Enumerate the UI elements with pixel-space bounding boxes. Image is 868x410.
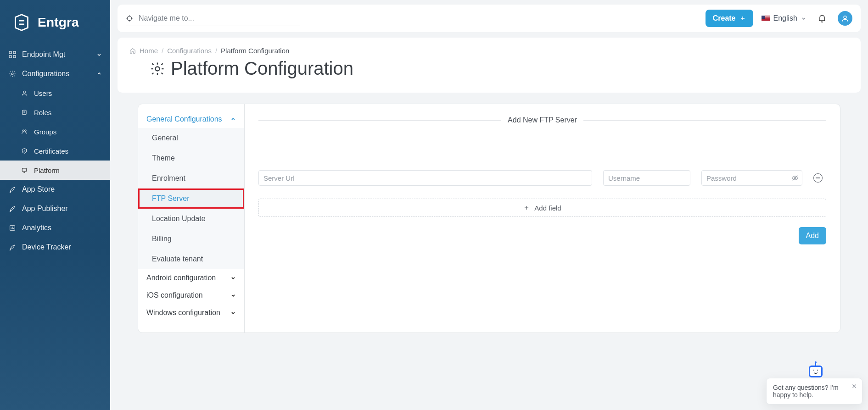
brand-name: Entgra [38, 15, 79, 30]
svg-rect-2 [9, 55, 11, 58]
page-title: Platform Configuration [150, 58, 849, 79]
main: Create English Home / Configurations [110, 0, 868, 410]
config-panel: General Configurations General Theme Enr… [138, 104, 840, 333]
navigate-search[interactable] [126, 11, 300, 26]
svg-rect-3 [13, 55, 16, 58]
rocket-icon [8, 243, 17, 251]
chat-message: Got any questions? I'm happy to help. [773, 384, 856, 399]
svg-rect-9 [22, 168, 26, 172]
config-section-ios[interactable]: iOS configuration [138, 287, 244, 304]
page-header-card: Home / Configurations / Platform Configu… [118, 38, 861, 93]
sidebar-item-groups[interactable]: Groups [0, 122, 110, 141]
sidebar-item-configurations[interactable]: Configurations [0, 64, 110, 83]
chevron-up-icon [96, 71, 102, 77]
config-item-ftp-server[interactable]: FTP Server [138, 188, 244, 209]
eye-off-icon[interactable] [791, 174, 799, 182]
rocket-icon [8, 205, 17, 213]
breadcrumb-home[interactable]: Home [140, 47, 158, 55]
sidebar-item-label: Configurations [22, 70, 91, 78]
breadcrumb-configurations[interactable]: Configurations [167, 47, 212, 55]
plus-icon [523, 205, 530, 211]
sidebar-item-label: Analytics [22, 224, 102, 232]
language-select[interactable]: English [762, 14, 806, 22]
sidebar-item-endpoint-mgt[interactable]: Endpoint Mgt [0, 45, 110, 64]
svg-point-4 [11, 73, 13, 75]
password-wrap [701, 170, 802, 186]
sidebar-item-platform[interactable]: Platform [0, 161, 110, 180]
config-section-general-items: General Theme Enrolment FTP Server Locat… [138, 128, 244, 269]
ftp-row [258, 170, 826, 186]
create-button-label: Create [713, 14, 736, 22]
svg-point-8 [25, 130, 27, 132]
config-item-theme[interactable]: Theme [138, 148, 244, 168]
sidebar-item-label: Groups [34, 128, 56, 136]
home-icon [129, 48, 136, 54]
close-icon[interactable] [850, 382, 858, 390]
config-section-label: Android configuration [146, 274, 216, 282]
sidebar-item-label: Device Tracker [22, 243, 102, 251]
sidebar-item-roles[interactable]: Roles [0, 103, 110, 122]
target-icon [126, 15, 133, 22]
add-field-button[interactable]: Add field [258, 199, 826, 217]
svg-point-13 [155, 66, 159, 71]
config-menu: General Configurations General Theme Enr… [138, 104, 245, 332]
svg-rect-0 [9, 51, 11, 54]
config-item-general[interactable]: General [138, 128, 244, 148]
gear-icon [150, 61, 165, 77]
remove-row-button[interactable] [813, 173, 823, 183]
config-item-location-update[interactable]: Location Update [138, 209, 244, 229]
svg-point-7 [22, 130, 24, 132]
chevron-up-icon [230, 116, 236, 122]
ftp-form: Add New FTP Server Add field [245, 104, 840, 332]
breadcrumb-separator: / [162, 47, 163, 55]
server-url-field[interactable] [258, 170, 592, 186]
sidebar-item-label: Certificates [34, 147, 68, 155]
sidebar-item-app-store[interactable]: App Store [0, 180, 110, 199]
config-item-enrolment[interactable]: Enrolment [138, 168, 244, 188]
config-item-evaluate-tenant[interactable]: Evaluate tenant [138, 249, 244, 269]
sidebar-item-label: Endpoint Mgt [22, 50, 91, 59]
chevron-down-icon [96, 52, 102, 57]
sidebar-item-device-tracker[interactable]: Device Tracker [0, 238, 110, 257]
chevron-down-icon [801, 16, 806, 21]
platform-icon [20, 166, 28, 174]
gear-icon [8, 70, 17, 78]
plus-icon [739, 15, 746, 22]
sidebar-item-analytics[interactable]: Analytics [0, 218, 110, 238]
config-section-android[interactable]: Android configuration [138, 269, 244, 287]
config-section-label: iOS configuration [146, 291, 203, 299]
navigate-input[interactable] [138, 14, 300, 23]
topbar: Create English [118, 5, 861, 32]
roles-icon [20, 108, 28, 116]
sidebar-item-certificates[interactable]: Certificates [0, 141, 110, 161]
sidebar-item-users[interactable]: Users [0, 83, 110, 103]
sidebar-nav: Endpoint Mgt Configurations Users Rol [0, 45, 110, 410]
avatar-button[interactable] [838, 11, 852, 26]
username-field[interactable] [603, 170, 690, 186]
sidebar-item-label: Platform [34, 166, 60, 174]
brand: Entgra [0, 0, 110, 45]
config-section-label: Windows configuration [146, 309, 220, 317]
create-button[interactable]: Create [706, 10, 753, 27]
config-section-general[interactable]: General Configurations [138, 111, 244, 128]
rocket-icon [8, 185, 17, 194]
page-title-text: Platform Configuration [171, 58, 353, 79]
add-field-label: Add field [534, 204, 561, 212]
brand-logo-icon [11, 12, 32, 33]
chat-bot-icon[interactable] [809, 366, 823, 377]
notifications-button[interactable] [815, 11, 829, 26]
sidebar-item-app-publisher[interactable]: App Publisher [0, 199, 110, 218]
svg-rect-1 [13, 51, 16, 54]
config-section-windows[interactable]: Windows configuration [138, 304, 244, 321]
chevron-down-icon [230, 293, 236, 298]
password-field[interactable] [701, 170, 802, 186]
sidebar-item-label: Roles [34, 109, 51, 116]
breadcrumb: Home / Configurations / Platform Configu… [129, 47, 849, 55]
config-section-label: General Configurations [146, 115, 222, 123]
sidebar-item-label: Users [34, 89, 52, 97]
config-item-billing[interactable]: Billing [138, 229, 244, 249]
svg-point-12 [844, 16, 846, 19]
add-button[interactable]: Add [799, 227, 826, 244]
shield-icon [20, 147, 28, 155]
user-icon [20, 89, 28, 97]
